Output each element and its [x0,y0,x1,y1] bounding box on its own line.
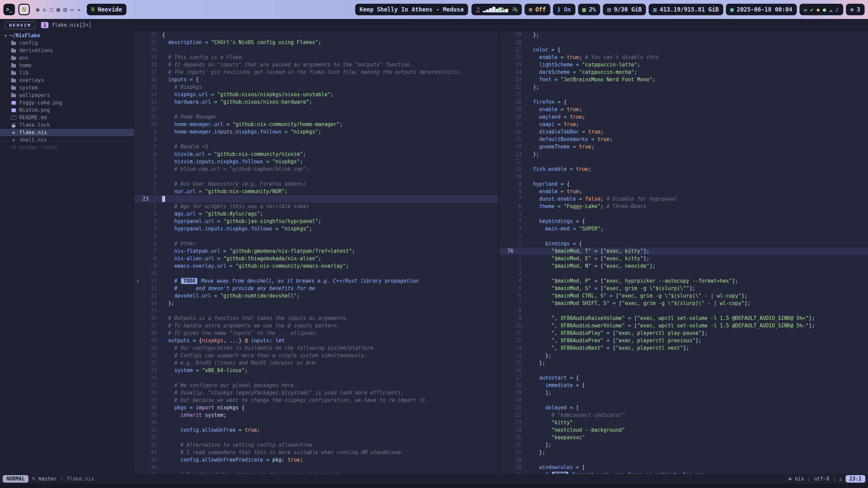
status-module-cpu[interactable]: ▦2% [578,4,600,15]
tree-item[interactable]: wallpapers [0,92,134,99]
code-line[interactable]: 27 color = { [499,46,868,54]
updates-pill[interactable]: ✻ 3 [846,4,865,15]
code-line[interactable]: 34 # I read somewhere that this is more … [134,449,498,456]
code-line[interactable]: 5 nixvim.inputs.nixpkgs.follows = "nixpk… [134,158,498,165]
code-line[interactable]: 2 [499,232,868,240]
code-line[interactable]: 18 wayland = true; [499,113,868,121]
code-line[interactable]: 13 }; [499,150,868,158]
code-line[interactable]: 12 [499,158,868,165]
tree-item[interactable]: home [0,62,134,69]
code-line[interactable]: 21 # Configs can support more than a sin… [134,352,498,359]
code-line[interactable]: 7 "$mainMod SHIFT, S" = ["exec, grim -g … [499,300,868,307]
code-line[interactable]: 13 hardware.url = "github:nixos/nixos-ha… [134,98,498,106]
code-line[interactable]: 10 [499,173,868,180]
code-line[interactable]: 35 config.allowUnfreePredicate = pkg: tr… [134,456,498,464]
code-line[interactable]: 22 # "kdeconnect-indicator" [499,411,868,419]
code-line[interactable]: 4 hyprpanel.inputs.nixpkgs.follows = "ni… [134,225,498,232]
code-line[interactable]: 9 home-manager.inputs.nixpkgs.follows = … [134,128,498,136]
visualizer-pill[interactable]: ♫ ▂▄▆█▅▇▃▅ [472,4,513,15]
code-line[interactable]: 19 # This config is a Flake. [134,54,498,61]
tree-root[interactable]: ▾ ~/NixFlake [0,32,134,39]
code-line[interactable]: 30 [134,419,498,426]
code-line[interactable]: 17 # The inputs' git revisions get locke… [134,68,498,76]
code-line[interactable]: 17 vaapi = true; [499,121,868,128]
code-line[interactable]: 18 # It gives the name "inputs" to the .… [134,329,498,337]
code-line[interactable]: 5 [134,232,498,240]
code-line[interactable]: 14 gnomeTheme = true; [499,143,868,150]
workspace-app-icon[interactable]: ▣ [57,6,60,13]
tree-item[interactable]: overlays [0,77,134,84]
code-line[interactable]: 22 }; [499,83,868,91]
code-line[interactable]: 12 [134,106,498,113]
code-line[interactable]: 20 firefox = { [499,98,868,106]
code-line[interactable]: 10 [134,270,498,277]
workspace-app-icon[interactable]: ▤ [63,6,67,13]
code-line[interactable]: 3 [499,270,868,277]
code-line[interactable]: 6 theme = "Foggy-Lake"; # Three-Bears [499,203,868,210]
code-line[interactable]: 11 ", XF86AudioPlay" = ["exec, playerctl… [499,329,868,337]
code-line[interactable]: 23 font = "JetBrainsMono Nerd Font Mono"… [499,76,868,83]
code-line[interactable]: ✓30 # TODO Doesn't work, use focus_on_ac… [499,471,868,474]
editor-pane-right[interactable]: 29 };2827 color = {26 enable = true; # Y… [498,31,868,474]
code-line[interactable]: 37 # Overlays define changes in the nixp… [134,471,498,474]
music-title-pill[interactable]: Keep Shelly In Athens - Medusa [355,4,468,15]
code-line[interactable]: 28 [499,456,868,464]
tree-item[interactable]: lib [0,69,134,77]
code-line[interactable]: 24 darkScheme = "catppuccin-mocha"; [499,68,868,76]
code-line[interactable]: 21 [499,91,868,98]
code-line[interactable]: 16 [499,367,868,374]
code-line[interactable]: 14 }; [134,300,498,307]
status-module-bluetooth[interactable]: ᛒOn [553,4,575,15]
code-line[interactable]: 33 # Alternative to setting config.allow… [134,441,498,449]
code-line[interactable]: 19 ]; [499,389,868,396]
code-line[interactable]: 14 }; [499,352,868,359]
check-icon[interactable]: ✔ [810,6,813,13]
code-line[interactable]: 6 nixvim.url = "github:nix-community/nix… [134,150,498,158]
code-line[interactable]: 4 keybindings = { [499,218,868,225]
code-line[interactable]: 32 [134,434,498,441]
code-line[interactable]: 31 config.allowUnfree = true; [134,426,498,434]
code-line[interactable]: 4 "$mainMod, P" = ["exec, hyprpicker --a… [499,277,868,285]
code-line[interactable]: 24 [134,374,498,382]
code-line[interactable]: 1 nur.url = "github:nix-community/NUR"; [134,188,498,195]
editor-pane-left[interactable]: 22{21 description = "ChUrl's NixOS confi… [134,31,498,474]
code-line[interactable]: 8 [499,307,868,314]
code-line[interactable]: 20 # Our configuration is buildable on t… [134,344,498,352]
code-line[interactable]: 11 fish.enable = true; [499,165,868,173]
code-line[interactable]: 21 delayed = [ [499,404,868,411]
tree-item[interactable]: flake.lock [0,121,134,129]
code-line[interactable]: 20 [134,46,498,54]
code-line[interactable]: 3 [134,173,498,180]
code-line[interactable]: 28 [499,39,868,46]
code-line[interactable]: 13 devshell.url = "github:numtide/devshe… [134,292,498,300]
code-line[interactable]: 15 [134,307,498,314]
code-line[interactable]: 26 enable = true; # You can't disable th… [499,54,868,61]
code-line[interactable]: 28 pkgs = import nixpkgs { [134,404,498,411]
code-line[interactable]: 19 enable = true; [499,106,868,113]
workspace-app-icon[interactable]: ▭ [70,6,74,13]
status-module-disk[interactable]: ▥413.19/915.81 GiB [649,4,723,15]
workspace-app-icon[interactable]: ✦ [77,6,81,13]
code-line[interactable]: 17 autostart = { [499,374,868,382]
code-line[interactable]: 6 "$mainMod CTRL, S" = ["exec, grim -g \… [499,292,868,300]
code-line[interactable]: 10 home-manager.url = "github:nix-commun… [134,121,498,128]
code-line[interactable]: 27 }; [499,449,868,456]
code-line[interactable]: 25 # We configure our global packages he… [134,382,498,389]
code-line[interactable]: 19 outputs = {nixpkgs, ...} @ inputs: le… [134,337,498,344]
workspace-app-icon[interactable]: ▢ [50,6,53,13]
code-line[interactable]: 15 # Nixpkgs [134,83,498,91]
code-line[interactable]: 27 # but because we want to change the n… [134,396,498,404]
code-line[interactable]: 10 ", XF86AudioLowerVolume" = ["exec, wp… [499,322,868,329]
tree-item[interactable]: Foggy-Lake.png [0,99,134,106]
code-line[interactable]: 2 "$mainMod, N" = ["exec, neovide"]; [499,262,868,270]
tree-item[interactable]: derivations [0,47,134,54]
tree-item[interactable]: env [0,54,134,62]
status-module-memory[interactable]: ▤9/30 GiB [603,4,646,15]
code-line[interactable]: 17 # To handle extra arguments we use th… [134,322,498,329]
code-line[interactable]: 4 # blink-cmp.url = "github:saghen/blink… [134,165,498,173]
code-line[interactable]: ✓11 # TODO Move away from devshell, as i… [134,277,498,285]
code-line[interactable]: 9 ", XF86AudioRaiseVolume" = ["exec, wpc… [499,314,868,322]
code-line[interactable]: 5 [499,210,868,218]
workspace-app-icon[interactable]: ↻ [43,6,46,13]
tree-item[interactable]: NixVim.png [0,106,134,114]
